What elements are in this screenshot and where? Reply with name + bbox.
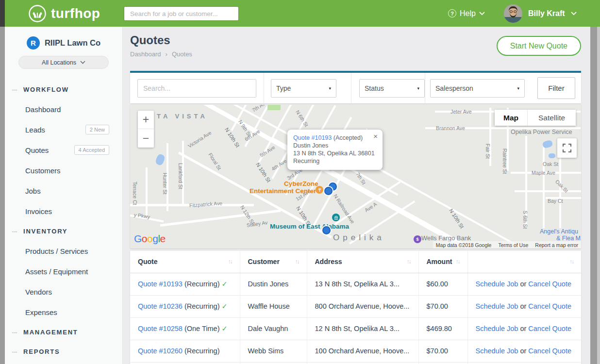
cancel-quote-link[interactable]: Cancel Quote <box>528 302 571 310</box>
schedule-job-link[interactable]: Schedule Job <box>476 280 518 288</box>
cancel-quote-link[interactable]: Cancel Quote <box>528 280 571 288</box>
zoom-in-button[interactable]: + <box>138 111 154 129</box>
popup-address: 13 N 8th St, Opelika AL 36801 <box>293 149 377 157</box>
popup-quote-link[interactable]: Quote #10193 <box>293 134 332 141</box>
map-label: Opelika Power Service <box>511 129 572 135</box>
divider <box>425 73 425 103</box>
map-zoom-control: + − <box>138 111 154 148</box>
column-header-amount[interactable]: Amount↑↓ <box>418 251 467 273</box>
schedule-job-link[interactable]: Schedule Job <box>476 347 518 355</box>
map-road <box>130 204 254 206</box>
customer-cell: Waffle House <box>240 295 307 317</box>
quote-marker[interactable] <box>324 187 333 195</box>
column-header-address[interactable]: Address↑↓ <box>307 251 418 273</box>
close-icon[interactable]: × <box>373 132 378 140</box>
sidebar-item-invoices[interactable]: Invoices <box>5 201 122 221</box>
status-select[interactable]: Status▾ <box>359 79 425 98</box>
schedule-job-link[interactable]: Schedule Job <box>476 302 518 310</box>
actions-cell: Schedule Job or Cancel Quote <box>467 317 581 340</box>
select-arrow-icon: ▾ <box>517 86 519 91</box>
salesperson-select[interactable]: Salesperson▾ <box>430 79 525 98</box>
table-row: Quote #10193 (Recurring) ✓Dustin Jones13… <box>130 273 581 295</box>
sidebar-item-dashboard[interactable]: Dashboard <box>5 99 122 119</box>
empty-cell <box>240 362 307 364</box>
section-dashes-icon: --- <box>8 86 21 92</box>
quote-link[interactable]: Quote #10236 <box>138 302 183 310</box>
help-label: Help <box>460 9 476 18</box>
terms-of-use-link[interactable]: Terms of Use <box>498 242 528 248</box>
quote-type: (Recurring) <box>183 302 222 310</box>
sidebar-item-vendors[interactable]: Vendors <box>5 281 122 302</box>
fullscreen-button[interactable] <box>557 138 577 158</box>
sort-icon: ↑↓ <box>228 258 232 265</box>
global-search-input[interactable] <box>124 6 239 21</box>
report-map-error-link[interactable]: Report a map error <box>535 242 578 248</box>
accepted-check-icon: ✓ <box>222 325 228 332</box>
chevron-down-icon <box>479 12 485 16</box>
nav-section-management[interactable]: ---MANAGEMENT <box>5 322 122 342</box>
column-header-actions[interactable]: ↑↓ <box>467 251 581 273</box>
location-selector[interactable]: All Locations <box>18 56 109 69</box>
sidebar-item-label: Jobs <box>25 187 41 195</box>
quotes-table-card: Quote↑↓Customer↑↓Address↑↓Amount↑↓↑↓ Quo… <box>130 251 581 364</box>
quote-link[interactable]: Quote #10193 <box>138 280 183 288</box>
quote-link[interactable]: Quote #10258 <box>138 325 183 332</box>
cancel-quote-link[interactable]: Cancel Quote <box>528 325 571 332</box>
column-label: Quote <box>138 258 157 265</box>
help-icon: ? <box>448 9 456 17</box>
google-logo[interactable]: Google <box>134 233 166 245</box>
column-header-customer[interactable]: Customer↑↓ <box>240 251 307 273</box>
sidebar-item-label: Quotes <box>25 146 49 154</box>
sidebar-item-expenses[interactable]: Expenses <box>5 302 122 322</box>
sidebar-item-jobs[interactable]: Jobs <box>5 181 122 201</box>
scrollbar[interactable] <box>590 27 597 364</box>
museum-of-east-alabama-marker[interactable] <box>332 214 340 221</box>
address-cell: 13 N 8th St, Opelika AL 3... <box>307 273 418 295</box>
sidebar-item-quotes[interactable]: Quotes4 Accepted <box>5 140 122 160</box>
quote-link[interactable]: Quote #10260 <box>138 347 183 355</box>
sidebar-badge: 2 New <box>85 125 109 134</box>
page-title: Quotes <box>130 33 170 47</box>
help-menu[interactable]: ? Help <box>448 0 485 27</box>
sidebar-item-leads[interactable]: Leads2 New <box>5 119 122 140</box>
customer-cell: Dale Vaughn <box>240 317 307 340</box>
nav-section-workflow[interactable]: ---WORKFLOW <box>5 80 122 99</box>
sidebar-item-customers[interactable]: Customers <box>5 160 122 181</box>
sort-icon: ↑↓ <box>569 258 573 265</box>
quotes-search-input[interactable] <box>137 79 256 98</box>
salesperson-select-label: Salesperson <box>435 84 473 92</box>
sidebar-item-products-services[interactable]: Products / Services <box>5 241 122 261</box>
quote-marker[interactable] <box>322 226 331 234</box>
nav-section-reports[interactable]: ---REPORTS <box>5 342 122 361</box>
wells-fargo-bank-marker[interactable]: $ <box>414 235 421 243</box>
satellite-view-button[interactable]: Satellite <box>527 110 576 126</box>
schedule-job-link[interactable]: Schedule Job <box>476 325 518 332</box>
map-view-button[interactable]: Map <box>495 110 527 126</box>
customer-cell: Dustin Jones <box>240 273 307 295</box>
filter-button[interactable]: Filter <box>537 77 575 99</box>
nav-section-inventory[interactable]: ---INVENTORY <box>5 221 122 241</box>
map[interactable]: + − Map Satellite × Quote #10193 (Accept… <box>130 105 581 248</box>
chevron-down-icon <box>80 61 85 64</box>
amount-cell: $60.00 <box>418 273 467 295</box>
sidebar-item-assets-equipment[interactable]: Assets / Equipment <box>5 261 122 281</box>
table-body: Quote #10193 (Recurring) ✓Dustin Jones13… <box>130 273 581 364</box>
breadcrumb-dashboard[interactable]: Dashboard <box>130 50 161 58</box>
user-menu[interactable]: Billy Kraft <box>504 0 577 27</box>
column-header-quote[interactable]: Quote↑↓ <box>130 251 240 273</box>
empty-cell <box>307 362 418 364</box>
sidebar-item-label: Dashboard <box>25 105 61 114</box>
action-separator: or <box>518 280 528 288</box>
section-dashes-icon: --- <box>8 348 21 354</box>
sidebar-badge: 4 Accepted <box>74 145 109 155</box>
cyberzone-entertainment-center-marker[interactable] <box>316 186 323 194</box>
column-label: Amount <box>427 258 452 265</box>
cancel-quote-link[interactable]: Cancel Quote <box>528 347 571 355</box>
start-new-quote-button[interactable]: Start New Quote <box>497 36 581 56</box>
actions-cell: Schedule Job or Cancel Quote <box>467 340 581 362</box>
water-shape <box>549 153 555 158</box>
app-logo[interactable]: turfhop <box>28 0 100 27</box>
company-row: R RIIPL Lawn Co <box>5 36 122 50</box>
type-select[interactable]: Type▾ <box>271 79 336 98</box>
zoom-out-button[interactable]: − <box>138 129 154 148</box>
